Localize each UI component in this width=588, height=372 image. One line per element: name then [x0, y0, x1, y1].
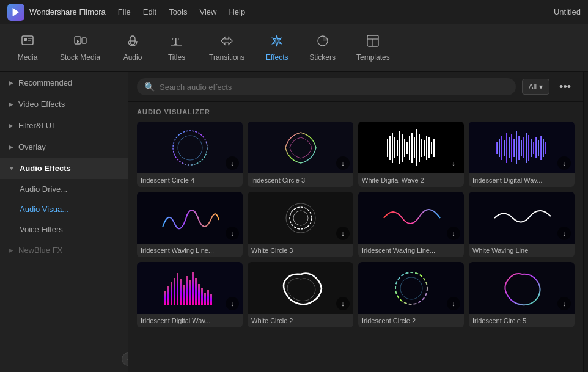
titlebar: Wondershare Filmora File Edit Tools View… — [0, 0, 588, 24]
download-icon-3[interactable]: ↓ — [447, 156, 460, 170]
grid-item-iridescent-digital-2[interactable]: ↓ Iridescent Digital Wav... — [137, 262, 243, 327]
filter-button[interactable]: All ▾ — [522, 79, 549, 95]
download-icon-10[interactable]: ↓ — [336, 297, 350, 310]
download-icon-7[interactable]: ↓ — [447, 227, 460, 240]
menu-file[interactable]: File — [118, 7, 131, 16]
thumb-iridescent-circle-2: ↓ — [358, 262, 464, 314]
sidebar-item-audio-effects-label: Audio Effects — [20, 164, 71, 173]
svg-rect-25 — [404, 139, 405, 157]
chevron-right-icon: ▶ — [9, 79, 13, 86]
toolbar-transitions[interactable]: Transitions — [199, 29, 254, 67]
grid-item-white-waving-line[interactable]: ↓ White Waving Line — [469, 192, 575, 257]
download-icon-2[interactable]: ↓ — [336, 156, 350, 170]
grid-item-iridescent-circle-5[interactable]: ↓ Iridescent Circle 5 — [469, 262, 575, 327]
toolbar: Media Stock Media Audio T — [0, 24, 588, 72]
svg-rect-27 — [409, 136, 410, 160]
grid-item-white-circle-2[interactable]: ↓ White Circle 2 — [248, 262, 353, 327]
svg-rect-58 — [545, 142, 546, 154]
download-icon-8[interactable]: ↓ — [557, 227, 571, 240]
svg-rect-3 — [24, 38, 27, 41]
filter-chevron-icon: ▾ — [539, 82, 543, 91]
download-icon-6[interactable]: ↓ — [336, 227, 350, 240]
menu-edit[interactable]: Edit — [143, 7, 156, 16]
download-icon-1[interactable]: ↓ — [226, 156, 239, 170]
svg-rect-53 — [533, 142, 534, 154]
chevron-right-icon-5: ▶ — [9, 247, 13, 253]
svg-rect-49 — [523, 137, 524, 158]
sidebar-sub-audio-visualizer[interactable]: Audio Visua... — [0, 199, 128, 219]
sidebar-item-recommended[interactable]: ▶ Recommended — [0, 72, 128, 93]
audio-drive-label: Audio Drive... — [20, 184, 67, 194]
toolbar-audio[interactable]: Audio — [111, 29, 154, 67]
grid-item-white-circle-3[interactable]: ↓ White Circle 3 — [248, 192, 353, 257]
svg-point-17 — [178, 136, 202, 160]
sidebar-item-overlay[interactable]: ▶ Overlay — [0, 136, 128, 158]
thumb-iridescent-circle-5: ↓ — [469, 262, 575, 314]
svg-rect-76 — [207, 290, 209, 305]
chevron-down-icon: ▼ — [9, 165, 15, 172]
sidebar-item-recommended-label: Recommended — [18, 78, 72, 87]
grid-item-iridescent-circle-4[interactable]: ↓ Iridescent Circle 4 — [137, 122, 243, 187]
download-icon-12[interactable]: ↓ — [557, 297, 571, 310]
sidebar-item-audio-effects[interactable]: ▼ Audio Effects — [0, 158, 128, 179]
svg-rect-47 — [518, 136, 520, 160]
grid-item-iridescent-circle-3[interactable]: ↓ Iridescent Circle 3 — [248, 122, 353, 187]
grid-item-white-digital-wave-2[interactable]: ↓ White Digital Wave 2 — [358, 122, 464, 187]
stock-media-label: Stock Media — [60, 53, 100, 62]
download-icon-4[interactable]: ↓ — [557, 156, 571, 170]
menu-tools[interactable]: Tools — [169, 7, 187, 16]
stock-media-icon — [73, 34, 87, 51]
svg-rect-55 — [538, 140, 539, 156]
grid-item-label-11: Iridescent Circle 2 — [358, 314, 464, 327]
svg-rect-46 — [516, 131, 517, 164]
svg-rect-35 — [428, 137, 430, 158]
toolbar-media[interactable]: Media — [6, 29, 49, 67]
more-options-button[interactable]: ••• — [556, 79, 575, 95]
sidebar-item-newblue-fx[interactable]: ▶ NewBlue FX — [0, 239, 128, 261]
sidebar-item-video-effects[interactable]: ▶ Video Effects — [0, 93, 128, 115]
download-icon-5[interactable]: ↓ — [226, 227, 239, 240]
svg-rect-69 — [186, 276, 188, 305]
toolbar-effects[interactable]: Effects — [255, 29, 298, 67]
sidebar-sub-voice-filters[interactable]: Voice Filters — [0, 219, 128, 239]
grid-item-iridescent-digital-wave[interactable]: ↓ Iridescent Digital Wav... — [469, 122, 575, 187]
grid-item-iridescent-waving-line-2[interactable]: ↓ Iridescent Waving Line... — [358, 192, 464, 257]
media-label: Media — [18, 53, 38, 62]
svg-rect-23 — [399, 131, 400, 164]
svg-point-59 — [286, 203, 315, 233]
grid-item-label-4: Iridescent Digital Wav... — [469, 173, 575, 187]
grid-item-iridescent-waving-line[interactable]: ↓ Iridescent Waving Line... — [137, 192, 243, 257]
download-icon-11[interactable]: ↓ — [447, 297, 460, 310]
sidebar-collapse-button[interactable]: ‹ — [122, 352, 128, 366]
toolbar-stock-media[interactable]: Stock Media — [50, 29, 110, 67]
menu-view[interactable]: View — [199, 7, 216, 16]
search-input[interactable] — [160, 82, 509, 92]
grid-item-label-2: Iridescent Circle 3 — [248, 173, 353, 187]
toolbar-templates[interactable]: Templates — [347, 29, 400, 67]
thumb-iridescent-waving-line-2: ↓ — [358, 192, 464, 244]
sidebar-sub-audio-drive[interactable]: Audio Drive... — [0, 179, 128, 199]
menu-help[interactable]: Help — [229, 7, 245, 16]
toolbar-stickers[interactable]: Stickers — [300, 29, 345, 67]
svg-rect-66 — [177, 273, 178, 305]
sidebar-item-video-effects-label: Video Effects — [18, 100, 65, 109]
download-icon-9[interactable]: ↓ — [226, 297, 239, 310]
toolbar-titles[interactable]: T Titles — [155, 29, 198, 67]
grid-item-label-6: White Circle 3 — [248, 244, 353, 257]
svg-rect-41 — [504, 140, 505, 156]
thumb-white-circle-3: ↓ — [248, 192, 353, 244]
svg-rect-57 — [543, 139, 544, 157]
svg-rect-45 — [513, 139, 515, 157]
voice-filters-label: Voice Filters — [20, 225, 63, 234]
titles-icon: T — [170, 34, 183, 51]
svg-rect-31 — [419, 134, 420, 162]
svg-rect-44 — [511, 134, 512, 162]
grid-item-iridescent-circle-2[interactable]: ↓ Iridescent Circle 2 — [358, 262, 464, 327]
sidebar-item-filter-lut-label: Filter&LUT — [18, 121, 56, 130]
search-input-wrapper[interactable]: 🔍 — [137, 78, 516, 95]
grid-item-label-5: Iridescent Waving Line... — [137, 244, 243, 257]
app-logo: Wondershare Filmora — [7, 4, 106, 21]
svg-rect-1 — [12, 8, 13, 16]
thumb-iridescent-digital-2: ↓ — [137, 262, 243, 314]
sidebar-item-filter-lut[interactable]: ▶ Filter&LUT — [0, 115, 128, 136]
